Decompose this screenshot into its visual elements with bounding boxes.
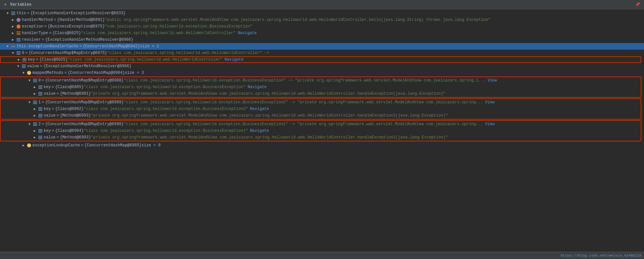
expand-arrow[interactable] xyxy=(34,107,38,111)
var-name: handlerMethod xyxy=(22,18,53,22)
var-name: exceptionLookupCache xyxy=(32,143,80,148)
var-row-mapped0[interactable]: 0 = {ConcurrentHashMap$MapEntry@6988} "c… xyxy=(1,77,641,84)
expand-arrow[interactable] xyxy=(34,85,38,89)
panel-title: Variables xyxy=(10,2,31,7)
var-row-this.exceptionHandlerCache[interactable]: oothis.exceptionHandlerCache = {Concurre… xyxy=(0,43,644,50)
var-equals: = xyxy=(36,57,38,62)
expand-arrow[interactable] xyxy=(12,18,17,22)
var-equals: = xyxy=(52,129,54,133)
expand-arrow[interactable] xyxy=(18,58,22,62)
var-row-handlerType[interactable]: handlerType = {Class@6025} "class com.je… xyxy=(0,30,644,36)
expand-arrow[interactable] xyxy=(22,143,27,147)
var-type: {ConcurrentHashMap$MapEntry@6989} xyxy=(45,100,124,105)
var-row-handlerMethod[interactable]: handlerMethod = {HandlerMethod@6891} "pu… xyxy=(0,17,644,23)
var-name: value xyxy=(44,91,56,96)
expand-arrow[interactable] xyxy=(7,45,11,48)
var-type: {ConcurrentHashMap@6984} xyxy=(68,71,125,75)
var-equals: = xyxy=(79,44,82,49)
var-icon xyxy=(38,129,42,133)
var-equals: = xyxy=(42,122,44,127)
navigate-link[interactable]: Navigate xyxy=(224,57,244,62)
var-row-exception[interactable]: exception = {BusinessException@6975} "co… xyxy=(0,23,644,30)
var-type: {Method@6991} xyxy=(60,91,91,96)
var-value: "class com.jealcazars.spring.helloworld.… xyxy=(124,78,486,83)
view-link[interactable]: View xyxy=(485,122,495,127)
var-name: exception xyxy=(22,24,43,29)
var-icon xyxy=(11,11,15,15)
var-row-mapped2-value[interactable]: value = {Method@6993} "private org.sprin… xyxy=(1,134,641,141)
var-row-mapped2[interactable]: 2 = {ConcurrentHashMap$MapEntry@6990} "c… xyxy=(1,121,641,128)
add-button[interactable]: + xyxy=(3,2,8,7)
var-row-exceptionLookupCache[interactable]: exceptionLookupCache = {ConcurrentHashMa… xyxy=(0,142,644,149)
navigate-link[interactable]: Navigate xyxy=(250,107,269,111)
var-icon xyxy=(17,38,20,42)
var-icon xyxy=(38,107,42,111)
var-value: "class com.jealcazars.spring.helloworld.… xyxy=(84,85,246,89)
view-link[interactable]: View xyxy=(485,100,495,105)
variables-content[interactable]: this = {ExceptionHandlerExceptionResolve… xyxy=(0,9,644,252)
view-link[interactable]: View xyxy=(488,78,497,83)
navigate-link[interactable]: Navigate xyxy=(238,31,257,35)
var-value: "private org.springframework.web.servlet… xyxy=(91,91,446,96)
var-row-mapped0-key[interactable]: key = {Class@6885} "class com.jealcazars… xyxy=(1,84,641,90)
pin-button[interactable]: 📌 xyxy=(634,2,641,7)
expand-arrow[interactable] xyxy=(28,101,33,104)
var-row-this[interactable]: this = {ExceptionHandlerExceptionResolve… xyxy=(0,10,644,17)
var-name: key xyxy=(44,85,51,89)
var-type: {ConcurrentHashMap$MapEntry@6990} xyxy=(45,122,124,127)
var-name: key xyxy=(44,129,51,133)
var-row-mapped1[interactable]: 1 = {ConcurrentHashMap$MapEntry@6989} "c… xyxy=(1,99,641,106)
var-icon xyxy=(38,85,42,89)
var-name: handlerType xyxy=(22,31,48,35)
var-type: {ConcurrentHashMap$MapEntry@6988} xyxy=(45,78,124,83)
expand-arrow[interactable] xyxy=(12,25,17,28)
expand-arrow[interactable] xyxy=(34,135,38,139)
expand-arrow[interactable] xyxy=(7,12,11,15)
var-name: key xyxy=(28,57,35,62)
navigate-link[interactable]: Navigate xyxy=(248,85,267,89)
var-value: "class com.jealcazars.spring.helloworld.… xyxy=(124,122,483,127)
var-icon xyxy=(22,64,26,68)
expand-arrow[interactable] xyxy=(12,38,17,42)
expand-arrow[interactable] xyxy=(34,92,38,96)
expand-arrow[interactable] xyxy=(28,79,33,82)
var-type: {Method@6993} xyxy=(60,113,91,118)
var-equals: = xyxy=(57,91,59,96)
navigate-link[interactable]: Navigate xyxy=(250,129,269,133)
var-value: "class com.jealcazars.spring.helloworld.… xyxy=(68,57,222,62)
expand-arrow[interactable] xyxy=(12,31,17,35)
var-type: {ExceptionHandlerExceptionResolver@6933} xyxy=(30,11,126,16)
var-icon xyxy=(22,58,26,62)
expand-arrow[interactable] xyxy=(34,114,38,118)
bottom-bar: https://blog.csdn.net/weixin_42468128 xyxy=(0,252,644,259)
var-row-entry0-value[interactable]: value = {ExceptionHandlerMethodResolver@… xyxy=(0,63,644,70)
var-row-mapped2-key[interactable]: key = {Class@6994} "class com.jealcazars… xyxy=(1,128,641,134)
expand-arrow[interactable] xyxy=(17,65,22,68)
expand-arrow[interactable] xyxy=(34,129,38,133)
expand-arrow[interactable] xyxy=(12,51,17,55)
var-row-mappedMethods[interactable]: mappedMethods = {ConcurrentHashMap@6984}… xyxy=(0,70,644,76)
var-row-mapped1-value[interactable]: value = {Method@6993} "private org.sprin… xyxy=(1,112,641,119)
var-name: this.exceptionHandlerCache xyxy=(17,44,78,49)
var-icon xyxy=(33,122,37,126)
var-value: "class com.jealcazars.spring.helloworld.… xyxy=(81,31,236,35)
var-row-mapped1-key[interactable]: key = {Class@6992} "class com.jealcazars… xyxy=(1,106,641,112)
var-row-mapped0-value[interactable]: value = {Method@6991} "private org.sprin… xyxy=(1,90,641,97)
expand-arrow[interactable] xyxy=(28,123,33,126)
var-row-resolver[interactable]: resolver = {ExceptionHandlerMethodResolv… xyxy=(0,36,644,43)
var-icon xyxy=(38,114,42,118)
var-equals: = xyxy=(57,135,59,140)
var-equals: = xyxy=(52,85,54,89)
var-row-entry0-key[interactable]: key = {Class@6025} "class com.jealcazars… xyxy=(0,56,641,63)
var-icon: oo xyxy=(11,45,15,48)
expand-arrow[interactable] xyxy=(22,71,27,75)
var-equals: = xyxy=(81,143,83,148)
var-type: {ExceptionHandlerMethodResolver@6966} xyxy=(45,37,133,42)
var-type: {Class@6992} xyxy=(55,107,84,111)
var-type: {ConcurrentHashMap$MapEntry@6975} xyxy=(28,51,107,55)
var-row-entry0[interactable]: 0 = {ConcurrentHashMap$MapEntry@6975} "c… xyxy=(0,50,644,56)
var-value: "class com.jealcazars.spring.helloworld.… xyxy=(107,51,269,55)
var-equals: = xyxy=(64,71,67,75)
panel-header: + Variables 📌 xyxy=(0,0,644,9)
var-name: 2 xyxy=(38,122,41,127)
